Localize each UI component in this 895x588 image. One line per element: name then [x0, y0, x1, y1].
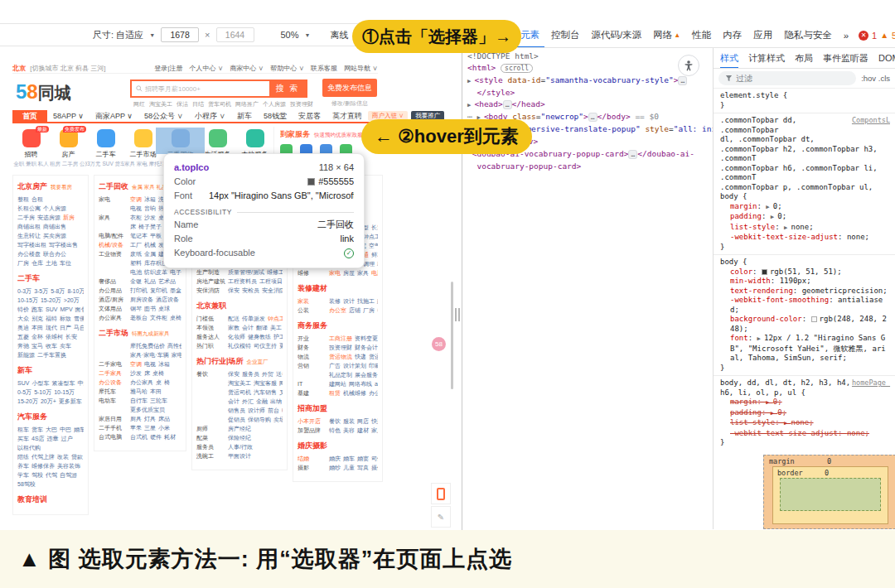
nav-item-7[interactable]: 安居客: [293, 110, 327, 122]
box-model-border[interactable]: border 0: [772, 466, 888, 524]
page-link[interactable]: 家电: [329, 270, 341, 276]
page-link[interactable]: 大巴: [46, 427, 57, 432]
page-link[interactable]: 会计: [228, 398, 239, 404]
page-link[interactable]: 小米: [158, 425, 170, 431]
page-link[interactable]: 雅马哈: [130, 388, 148, 394]
page-link[interactable]: 桌球: [158, 306, 170, 311]
page-link[interactable]: app开发: [375, 381, 378, 387]
top-link-1[interactable]: 个人中心 ∨: [189, 64, 223, 73]
category-房产[interactable]: 免费发布房产租房 二手房 公寓: [50, 127, 87, 168]
section-title[interactable]: 教育培训: [17, 495, 47, 504]
section-extra-links[interactable]: 企业直厂: [247, 359, 268, 364]
page-link[interactable]: 家具: [357, 270, 369, 276]
page-link[interactable]: 奥迪: [17, 325, 29, 330]
hot-word[interactable]: 日结: [192, 100, 204, 108]
page-link[interactable]: 衣柜: [130, 214, 142, 220]
free-publish-button[interactable]: 免费发布信息: [322, 79, 377, 97]
city-name[interactable]: 北京: [12, 65, 26, 72]
page-link[interactable]: 新房: [63, 214, 75, 220]
page-link[interactable]: 服装: [343, 418, 355, 424]
box-model-margin[interactable]: margin 0 border 0: [763, 455, 895, 529]
page-link[interactable]: 网店: [357, 418, 369, 424]
page-link[interactable]: 资料变更: [355, 335, 378, 341]
page-link[interactable]: 工程资料员: [228, 278, 257, 284]
page-link[interactable]: 桌椅: [152, 370, 164, 376]
styles-tab-4[interactable]: DOM 断点: [878, 48, 895, 69]
page-link[interactable]: 电话销售: [282, 407, 283, 413]
page-link[interactable]: 厨房设备: [130, 296, 153, 302]
page-link[interactable]: 财务会计: [355, 345, 378, 350]
page-link[interactable]: 卖车: [60, 343, 71, 349]
page-link[interactable]: 三轮车: [150, 398, 167, 403]
page-link[interactable]: 健身教练: [248, 334, 271, 340]
page-link[interactable]: 钟点工: [268, 316, 283, 321]
css-property[interactable]: margin: ▶ 0;: [720, 202, 890, 213]
page-link[interactable]: 椅: [164, 379, 170, 385]
viewport-height-input[interactable]: 1644: [216, 27, 254, 42]
page-link[interactable]: 工商注册: [329, 335, 352, 341]
page-link[interactable]: 粮油副食: [377, 261, 378, 267]
page-link[interactable]: 安选房源: [37, 214, 60, 220]
page-link[interactable]: 电池: [130, 269, 142, 275]
page-link[interactable]: 出纳: [270, 398, 282, 404]
dom-line[interactable]: vocabruary-popup-card>: [467, 161, 713, 172]
page-link[interactable]: 货运专线: [369, 354, 378, 359]
page-link[interactable]: 养车: [17, 463, 29, 469]
page-link[interactable]: 前台: [268, 407, 279, 413]
page-link[interactable]: 翻译: [256, 325, 268, 330]
css-property[interactable]: color: rgb(51, 51, 51);: [720, 267, 890, 277]
tab-application[interactable]: 应用: [748, 23, 777, 48]
page-link[interactable]: 老板台: [130, 315, 148, 321]
page-link[interactable]: 销售员: [228, 407, 245, 413]
home-service-title[interactable]: 到家服务: [280, 130, 310, 138]
page-link[interactable]: 特色: [329, 427, 341, 433]
page-link[interactable]: 过户: [61, 436, 73, 441]
page-link[interactable]: 车位: [60, 260, 71, 266]
page-link[interactable]: 平面设计: [228, 453, 251, 459]
page-link[interactable]: 15-20万: [41, 297, 61, 303]
tab-network[interactable]: 网络▲: [648, 23, 685, 48]
page-link[interactable]: 跑车: [31, 306, 43, 312]
page-link[interactable]: 0-3万: [17, 288, 31, 294]
page-link[interactable]: 桌椅: [170, 315, 181, 321]
page-link[interactable]: 小型车: [31, 380, 49, 386]
page-link[interactable]: 5-8万: [51, 288, 65, 294]
page-link[interactable]: 床品: [158, 416, 170, 422]
page-link[interactable]: 空气净化: [369, 243, 378, 248]
page-link[interactable]: 特价: [17, 306, 29, 312]
page-link[interactable]: 现代: [46, 325, 57, 330]
styles-tab-3[interactable]: 事件监听器: [823, 48, 868, 69]
hot-word[interactable]: 货车司机: [208, 100, 231, 108]
hot-word[interactable]: 淘宝美工: [149, 100, 172, 108]
page-link[interactable]: 家具·家电·车辆: [130, 352, 169, 358]
page-link[interactable]: 礼品: [144, 278, 156, 284]
hot-word[interactable]: 网红: [133, 100, 145, 108]
page-link[interactable]: 婚庆: [329, 455, 341, 461]
page-link[interactable]: 桌: [156, 379, 162, 385]
page-link[interactable]: 儿童: [343, 465, 355, 470]
page-link[interactable]: 安检员: [242, 287, 259, 293]
page-link[interactable]: SUV: [17, 380, 29, 386]
css-property[interactable]: min-width: 1190px;: [720, 277, 890, 287]
tab-memory[interactable]: 内存: [718, 23, 747, 48]
page-link[interactable]: 更多新车: [59, 398, 82, 404]
dimensions-label[interactable]: 尺寸: 自适应: [93, 29, 143, 41]
section-title[interactable]: 新车: [17, 366, 32, 374]
page-link[interactable]: 20万+: [41, 398, 56, 404]
site-logo[interactable]: 58同城: [16, 80, 71, 104]
page-link[interactable]: 电视: [144, 361, 156, 367]
page-link[interactable]: 福特: [46, 316, 57, 321]
page-link[interactable]: 个人房源: [43, 205, 66, 211]
page-link[interactable]: 艺术品: [158, 278, 176, 284]
page-link[interactable]: 商铺出租: [17, 224, 41, 229]
tab-privacy[interactable]: 隐私与安全: [779, 23, 837, 48]
page-link[interactable]: 本田: [150, 388, 162, 394]
page-link[interactable]: 更多>>: [279, 343, 283, 349]
page-link[interactable]: 5-10万: [34, 389, 51, 395]
page-link[interactable]: 58驾校: [17, 481, 36, 487]
page-link[interactable]: 网络布线: [349, 381, 372, 387]
styles-filter-input[interactable]: 过滤: [718, 71, 856, 85]
page-link[interactable]: 二手房: [17, 214, 35, 220]
dom-line[interactable]: ▶ <style data-id="samantha-vocabruary-st…: [467, 75, 713, 87]
nav-item-2[interactable]: 商家APP ∨: [90, 110, 138, 122]
